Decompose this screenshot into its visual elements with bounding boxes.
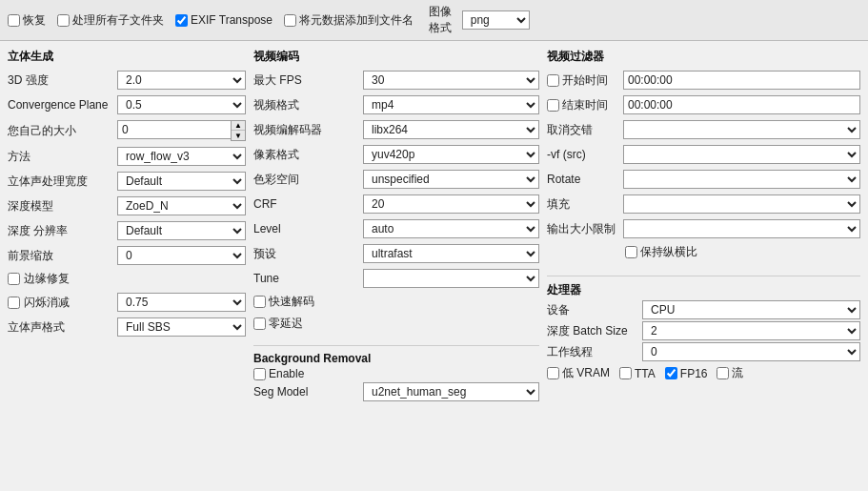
color-space-label: 色彩空间 <box>253 172 363 188</box>
start-time-input[interactable] <box>623 71 860 90</box>
low-vram-checkbox[interactable] <box>547 367 559 379</box>
tune-row: Tune filmanimation <box>253 269 539 288</box>
vf-src-select[interactable] <box>623 145 860 164</box>
depth-model-select[interactable]: ZoeD_NZoeD_KZoeD_NK <box>117 196 246 215</box>
own-size-label: 您自己的大小 <box>8 123 117 139</box>
flicker-label[interactable]: 闪烁消减 <box>8 295 117 311</box>
start-time-label[interactable]: 开始时间 <box>547 72 623 89</box>
low-vram-label[interactable]: 低 VRAM <box>547 365 610 381</box>
edge-fix-text: 边缘修复 <box>24 271 70 287</box>
image-format-select[interactable]: png jpg bmp tiff <box>462 10 530 30</box>
tune-select[interactable]: filmanimation <box>363 269 539 288</box>
keep-aspect-checkbox[interactable] <box>625 246 637 258</box>
seg-model-row: Seg Model u2net_human_segu2netu2netp <box>253 382 539 401</box>
stream-checkbox[interactable] <box>717 367 729 379</box>
seg-model-control: u2net_human_segu2netu2netp <box>363 382 539 401</box>
deinterlace-select[interactable]: YesNo <box>623 120 860 139</box>
fill-select[interactable] <box>623 194 860 214</box>
max-fps-select[interactable]: 24253060 <box>363 71 539 90</box>
processor-title: 处理器 <box>547 282 860 298</box>
exif-transpose-checkbox-label[interactable]: EXIF Transpose <box>175 13 273 27</box>
rotate-select[interactable]: 90180270 <box>623 170 860 189</box>
workers-control: 0124 <box>642 342 860 361</box>
subfolders-checkbox-label[interactable]: 处理所有子文件夹 <box>57 12 164 29</box>
fp16-label[interactable]: FP16 <box>665 367 708 380</box>
convergence-plane-label: Convergence Plane <box>8 98 117 112</box>
edge-fix-row: 边缘修复 <box>8 271 246 287</box>
stream-label[interactable]: 流 <box>717 365 743 381</box>
stereo-width-select[interactable]: Default512768 <box>117 172 246 191</box>
crf-row: CRF 18202328 <box>253 194 539 214</box>
bg-enable-label[interactable]: Enable <box>253 367 304 380</box>
rotate-row: Rotate 90180270 <box>547 170 860 189</box>
add-meta-checkbox-label[interactable]: 将元数据添加到文件名 <box>284 12 414 29</box>
depth-res-label: 深度 分辨率 <box>8 223 117 239</box>
pixel-format-select[interactable]: yuv420pyuv444p <box>363 145 539 164</box>
end-time-label[interactable]: 结束时间 <box>547 97 623 113</box>
level-label: Level <box>253 222 363 235</box>
exif-transpose-checkbox[interactable] <box>175 14 188 27</box>
max-fps-row: 最大 FPS 24253060 <box>253 71 539 90</box>
zero-latency-label[interactable]: 零延迟 <box>253 316 303 332</box>
bg-removal-section: Background Removal Enable Seg Model u2ne… <box>253 345 539 403</box>
fg-scale-select[interactable]: 012 <box>117 246 246 265</box>
fill-control <box>623 194 860 214</box>
crf-control: 18202328 <box>363 194 539 214</box>
flicker-text: 闪烁消减 <box>24 295 70 311</box>
image-format-group: 图像格式 png jpg bmp tiff <box>429 4 530 36</box>
color-space-select[interactable]: unspecifiedbt709bt601 <box>363 170 539 189</box>
own-size-down-button[interactable]: ▼ <box>232 131 245 140</box>
add-meta-label: 将元数据添加到文件名 <box>299 12 414 29</box>
3d-strength-select[interactable]: 1.01.52.02.5 <box>117 71 246 90</box>
bg-enable-checkbox[interactable] <box>253 368 266 380</box>
fast-decode-label[interactable]: 快速解码 <box>253 294 314 310</box>
edge-fix-label[interactable]: 边缘修复 <box>8 271 70 287</box>
fast-decode-checkbox[interactable] <box>253 296 266 308</box>
end-time-input[interactable] <box>623 95 860 114</box>
end-time-checkbox[interactable] <box>547 99 559 112</box>
batch-size-control: 1248 <box>642 321 860 340</box>
video-format-select[interactable]: mp4mkvavi <box>363 95 539 114</box>
depth-res-select[interactable]: Default256512 <box>117 221 246 240</box>
recover-checkbox-label[interactable]: 恢复 <box>8 12 46 29</box>
own-size-up-button[interactable]: ▲ <box>232 121 245 131</box>
start-time-checkbox[interactable] <box>547 74 559 87</box>
level-select[interactable]: auto3.14.0 <box>363 219 539 238</box>
flicker-checkbox[interactable] <box>8 297 20 309</box>
tta-checkbox[interactable] <box>619 367 632 379</box>
zero-latency-text: 零延迟 <box>269 316 303 332</box>
level-row: Level auto3.14.0 <box>253 219 539 238</box>
subfolders-label: 处理所有子文件夹 <box>72 12 164 29</box>
color-space-control: unspecifiedbt709bt601 <box>363 170 539 189</box>
workers-select[interactable]: 0124 <box>642 342 860 361</box>
stereo-format-select[interactable]: Full SBSHalf SBSFull TBAnaglyph <box>117 317 246 337</box>
crf-select[interactable]: 18202328 <box>363 194 539 214</box>
fp16-checkbox[interactable] <box>665 367 677 379</box>
own-size-spin-buttons: ▲ ▼ <box>231 120 246 141</box>
device-select[interactable]: CPUCUDAMPS <box>642 300 860 319</box>
method-select[interactable]: row_flow_v3row_flow_v2row_flow <box>117 147 246 166</box>
add-meta-checkbox[interactable] <box>284 14 296 27</box>
preset-select[interactable]: ultrafastsuperfastveryfastmedium <box>363 244 539 263</box>
subfolders-checkbox[interactable] <box>57 14 70 27</box>
recover-checkbox[interactable] <box>8 14 20 27</box>
seg-model-label: Seg Model <box>253 385 363 399</box>
flicker-select[interactable]: 0.250.50.751.0 <box>117 293 246 312</box>
bg-enable-row: Enable <box>253 367 539 380</box>
keep-aspect-label[interactable]: 保持纵横比 <box>625 244 697 260</box>
color-space-row: 色彩空间 unspecifiedbt709bt601 <box>253 170 539 189</box>
stereo-width-control: Default512768 <box>117 172 246 191</box>
seg-model-select[interactable]: u2net_human_segu2netu2netp <box>363 382 539 401</box>
edge-fix-checkbox[interactable] <box>8 273 20 285</box>
processor-checkboxes: 低 VRAM TTA FP16 流 <box>547 365 860 381</box>
batch-size-select[interactable]: 1248 <box>642 321 860 340</box>
output-limit-select[interactable] <box>623 219 860 238</box>
depth-model-label: 深度模型 <box>8 198 117 215</box>
zero-latency-checkbox[interactable] <box>253 317 266 330</box>
convergence-plane-select[interactable]: 0.00.30.50.7 <box>117 95 246 114</box>
start-time-control <box>623 71 860 90</box>
video-codec-select[interactable]: libx264libx265copy <box>363 120 539 139</box>
stereo-format-row: 立体声格式 Full SBSHalf SBSFull TBAnaglyph <box>8 317 246 337</box>
own-size-input[interactable] <box>117 120 231 139</box>
tta-label[interactable]: TTA <box>619 367 656 380</box>
